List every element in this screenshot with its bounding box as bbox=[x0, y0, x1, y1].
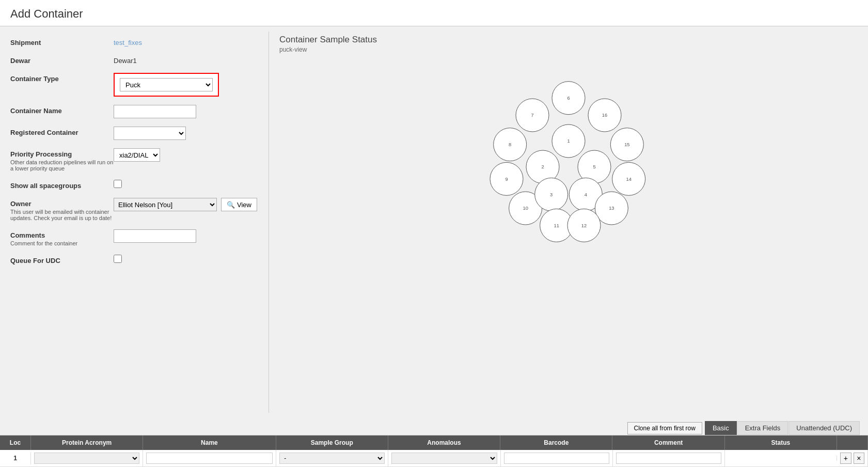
puck-label-7: 7 bbox=[531, 113, 533, 118]
container-status-title: Container Sample Status bbox=[279, 35, 858, 45]
tab-basic[interactable]: Basic bbox=[705, 421, 737, 435]
priority-label: Priority Processing Other data reduction… bbox=[10, 148, 114, 172]
puck-label-5: 5 bbox=[593, 164, 595, 169]
container-status-subtitle: puck-view bbox=[279, 46, 858, 53]
puck-label-11: 11 bbox=[554, 223, 559, 228]
th-protein: Protein Acronym bbox=[31, 435, 143, 450]
dewar-row: Dewar Dewar1 bbox=[10, 55, 258, 65]
puck-label-15: 15 bbox=[624, 142, 629, 147]
container-name-input[interactable] bbox=[114, 105, 196, 118]
td-name bbox=[143, 450, 276, 466]
owner-label: Owner This user will be emailed with con… bbox=[10, 198, 114, 221]
td-status bbox=[725, 456, 837, 461]
th-anomalous: Anomalous bbox=[388, 435, 500, 450]
queue-udc-checkbox[interactable] bbox=[114, 255, 122, 263]
th-actions bbox=[837, 435, 868, 450]
queue-udc-row: Queue For UDC bbox=[10, 255, 258, 264]
priority-row: Priority Processing Other data reduction… bbox=[10, 148, 258, 172]
puck-label-13: 13 bbox=[609, 206, 614, 211]
td-comment bbox=[613, 450, 725, 466]
add-row-button[interactable]: + bbox=[840, 453, 851, 464]
comment-input[interactable] bbox=[616, 453, 721, 464]
sample-group-select[interactable]: - bbox=[279, 453, 385, 464]
spacegroups-row: Show all spacegroups bbox=[10, 180, 258, 190]
puck-label-8: 8 bbox=[509, 142, 511, 147]
th-status: Status bbox=[725, 435, 837, 450]
sample-table: Loc Protein Acronym Name Sample Group An… bbox=[0, 435, 868, 467]
dewar-value: Dewar1 bbox=[114, 55, 137, 65]
barcode-input[interactable] bbox=[504, 453, 609, 464]
spacegroups-label: Show all spacegroups bbox=[10, 180, 114, 190]
registered-container-row: Registered Container bbox=[10, 127, 258, 140]
td-protein bbox=[31, 450, 143, 466]
puck-label-4: 4 bbox=[585, 192, 587, 197]
puck-label-3: 3 bbox=[550, 192, 553, 197]
main-content: Shipment test_fixes Dewar Dewar1 Contain… bbox=[0, 26, 868, 418]
container-type-highlight: Puck Plate Tube bbox=[114, 73, 219, 97]
container-type-label: Container Type bbox=[10, 73, 114, 83]
table-row: 1 - bbox=[0, 450, 868, 467]
spacegroups-checkbox[interactable] bbox=[114, 180, 122, 188]
owner-controls: Elliot Nelson [You] 🔍 View bbox=[114, 198, 257, 211]
shipment-label: Shipment bbox=[10, 37, 114, 46]
shipment-link[interactable]: test_fixes bbox=[114, 39, 142, 46]
container-type-row: Container Type Puck Plate Tube bbox=[10, 73, 258, 97]
puck-label-12: 12 bbox=[581, 223, 587, 228]
name-input[interactable] bbox=[146, 453, 273, 464]
comments-input[interactable] bbox=[114, 229, 196, 243]
right-panel: Container Sample Status puck-view 6 7 16 bbox=[269, 26, 868, 418]
page-title: Add Container bbox=[10, 7, 858, 21]
protein-acronym-select[interactable] bbox=[34, 453, 139, 464]
shipment-row: Shipment test_fixes bbox=[10, 37, 258, 46]
th-loc: Loc bbox=[0, 435, 31, 450]
left-panel: Shipment test_fixes Dewar Dewar1 Contain… bbox=[0, 26, 269, 418]
container-type-select[interactable]: Puck Plate Tube bbox=[120, 78, 213, 91]
page-header: Add Container bbox=[0, 0, 868, 26]
puck-label-14: 14 bbox=[626, 177, 631, 182]
view-button[interactable]: 🔍 View bbox=[221, 198, 257, 211]
registered-container-label: Registered Container bbox=[10, 127, 114, 136]
td-sample-group: - bbox=[276, 450, 388, 466]
dewar-label: Dewar bbox=[10, 55, 114, 65]
puck-visualization: 6 7 16 8 1 15 bbox=[279, 58, 858, 275]
puck-label-9: 9 bbox=[505, 177, 508, 182]
table-header: Loc Protein Acronym Name Sample Group An… bbox=[0, 435, 868, 450]
remove-row-button[interactable]: × bbox=[854, 453, 865, 464]
bottom-area: Clone all from first row Basic Extra Fie… bbox=[0, 418, 868, 467]
td-loc: 1 bbox=[0, 452, 31, 464]
loc-value: 1 bbox=[13, 455, 17, 462]
shipment-value: test_fixes bbox=[114, 37, 142, 46]
puck-label-1: 1 bbox=[567, 138, 570, 144]
th-barcode: Barcode bbox=[500, 435, 612, 450]
comments-label: Comments Comment for the container bbox=[10, 229, 114, 246]
puck-label-10: 10 bbox=[523, 206, 528, 211]
queue-udc-label: Queue For UDC bbox=[10, 255, 114, 264]
puck-label-6: 6 bbox=[567, 96, 570, 101]
puck-svg: 6 7 16 8 1 15 bbox=[465, 64, 672, 270]
th-name: Name bbox=[143, 435, 276, 450]
container-name-label: Container Name bbox=[10, 105, 114, 115]
owner-select[interactable]: Elliot Nelson [You] bbox=[114, 198, 217, 211]
tabs-bar: Basic Extra Fields Unattended (UDC) bbox=[704, 421, 860, 435]
puck-label-2: 2 bbox=[541, 164, 544, 169]
td-anomalous bbox=[388, 450, 500, 466]
puck-label-16: 16 bbox=[602, 113, 607, 118]
container-name-row: Container Name bbox=[10, 105, 258, 118]
clone-all-button[interactable]: Clone all from first row bbox=[627, 422, 702, 434]
priority-select[interactable]: xia2/DIALS xia2/XDS autoPROC bbox=[114, 148, 160, 162]
search-icon: 🔍 bbox=[227, 201, 235, 209]
tab-extra-fields[interactable]: Extra Fields bbox=[737, 421, 788, 435]
comments-row: Comments Comment for the container bbox=[10, 229, 258, 246]
page-wrapper: Add Container Shipment test_fixes Dewar … bbox=[0, 0, 868, 467]
th-sample-group: Sample Group bbox=[276, 435, 388, 450]
td-barcode bbox=[501, 450, 613, 466]
registered-container-select[interactable] bbox=[114, 127, 186, 140]
td-actions: + × bbox=[837, 450, 868, 466]
th-comment: Comment bbox=[612, 435, 724, 450]
owner-row: Owner This user will be emailed with con… bbox=[10, 198, 258, 221]
anomalous-select[interactable] bbox=[391, 453, 497, 464]
tab-unattended-udc[interactable]: Unattended (UDC) bbox=[788, 421, 860, 435]
